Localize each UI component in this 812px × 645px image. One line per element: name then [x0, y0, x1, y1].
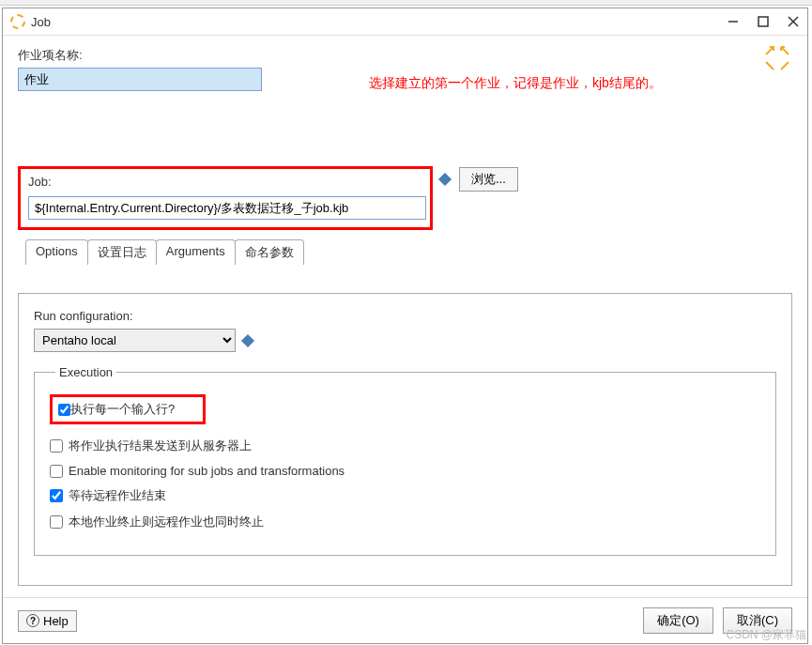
execute-per-row-highlight: 执行每一个输入行? — [50, 394, 206, 424]
run-config-label: Run configuration: — [34, 309, 776, 323]
ok-button[interactable]: 确定(O) — [643, 607, 713, 634]
minimize-button[interactable] — [727, 15, 740, 28]
tab-named-params[interactable]: 命名参数 — [235, 239, 304, 265]
svg-line-7 — [781, 62, 789, 69]
variable-indicator-icon — [241, 333, 254, 346]
wait-remote-checkbox[interactable] — [50, 489, 63, 502]
help-icon: ? — [26, 614, 39, 627]
job-path-highlight: Job: — [18, 166, 433, 230]
svg-line-6 — [766, 62, 774, 69]
checkbox-label: 本地作业终止则远程作业也同时终止 — [69, 514, 264, 530]
expand-icon[interactable] — [764, 45, 790, 71]
tab-container: Run configuration: Pentaho local Executi… — [18, 293, 792, 586]
dialog-title: Job — [31, 15, 727, 29]
variable-indicator-icon — [438, 173, 452, 186]
run-config-select[interactable]: Pentaho local — [34, 329, 236, 352]
job-path-input[interactable] — [28, 196, 426, 220]
dialog-icon — [10, 14, 25, 29]
dialog-footer: ? Help 确定(O) 取消(C) — [3, 597, 807, 643]
enable-monitoring-checkbox[interactable] — [50, 465, 63, 478]
tab-header: Options 设置日志 Arguments 命名参数 — [25, 239, 800, 265]
execution-legend: Execution — [55, 365, 116, 379]
job-dialog: Job 作业项名称: 选择建立的第一个作业，记得是作业，kjb结尾的。 Job: — [2, 8, 808, 644]
job-path-row: Job: 浏览... — [18, 129, 792, 230]
execution-fieldset: Execution 执行每一个输入行? 将作业执行结果发送到从服务器上 Enab… — [34, 365, 776, 556]
svg-line-4 — [766, 47, 774, 54]
options-panel: Run configuration: Pentaho local Executi… — [19, 294, 791, 585]
checkbox-label: 将作业执行结果发送到从服务器上 — [69, 438, 252, 454]
tab-arguments[interactable]: Arguments — [156, 239, 236, 265]
annotation-text: 选择建立的第一个作业，记得是作业，kjb结尾的。 — [369, 73, 744, 93]
execute-per-row-checkbox[interactable] — [58, 404, 70, 416]
window-controls — [727, 15, 800, 28]
tab-logging[interactable]: 设置日志 — [87, 239, 157, 265]
browse-button[interactable]: 浏览... — [459, 167, 518, 192]
help-button[interactable]: ? Help — [18, 610, 77, 632]
watermark: CSDN @家菲猫 — [726, 627, 806, 643]
svg-rect-1 — [758, 17, 768, 26]
title-bar: Job — [3, 8, 807, 36]
job-name-input[interactable] — [18, 68, 262, 91]
name-label: 作业项名称: — [18, 47, 792, 64]
dialog-content: 作业项名称: 选择建立的第一个作业，记得是作业，kjb结尾的。 Job: 浏览.… — [3, 36, 807, 597]
svg-line-5 — [781, 47, 789, 54]
checkbox-label: Enable monitoring for sub jobs and trans… — [69, 464, 345, 478]
checkbox-label: 等待远程作业结束 — [69, 487, 166, 504]
editor-tabs-bar — [0, 0, 812, 6]
send-result-checkbox[interactable] — [50, 439, 63, 453]
abort-remote-checkbox[interactable] — [50, 515, 63, 529]
tab-options[interactable]: Options — [25, 239, 88, 265]
close-button[interactable] — [787, 15, 800, 28]
maximize-button[interactable] — [757, 15, 770, 28]
checkbox-label: 执行每一个输入行? — [70, 401, 175, 418]
job-path-label: Job: — [28, 175, 422, 189]
